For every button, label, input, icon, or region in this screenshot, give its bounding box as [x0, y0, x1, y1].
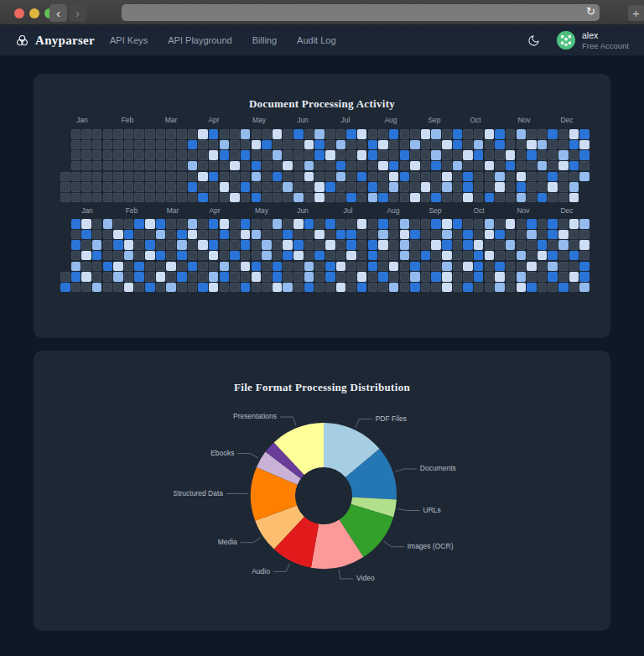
heatmap-cell[interactable] [495, 193, 505, 203]
heatmap-cell[interactable] [421, 150, 431, 160]
heatmap-cell[interactable] [389, 219, 399, 229]
heatmap-cell[interactable] [60, 272, 70, 282]
heatmap-cell[interactable] [177, 193, 187, 203]
heatmap-cell[interactable] [92, 182, 102, 192]
heatmap-cell[interactable] [474, 283, 484, 293]
heatmap-cell[interactable] [124, 272, 134, 282]
heatmap-cell[interactable] [198, 140, 208, 150]
heatmap-cell[interactable] [442, 283, 452, 293]
heatmap-cell[interactable] [506, 262, 516, 272]
heatmap-cell[interactable] [241, 140, 251, 150]
heatmap-cell[interactable] [336, 161, 346, 171]
heatmap-cell[interactable] [431, 219, 441, 229]
heatmap-cell[interactable] [495, 140, 505, 150]
heatmap-cell[interactable] [421, 240, 431, 250]
minimize-window-button[interactable] [29, 8, 39, 18]
heatmap-cell[interactable] [293, 262, 304, 272]
heatmap-cell[interactable] [314, 283, 325, 293]
heatmap-cell[interactable] [220, 272, 230, 282]
heatmap-cell[interactable] [252, 193, 262, 203]
heatmap-cell[interactable] [495, 262, 505, 272]
heatmap-cell[interactable] [346, 140, 356, 150]
heatmap-cell[interactable] [442, 219, 452, 229]
heatmap-cell[interactable] [538, 161, 548, 171]
heatmap-cell[interactable] [220, 219, 230, 229]
heatmap-cell[interactable] [92, 272, 102, 282]
heatmap-cell[interactable] [124, 161, 134, 171]
heatmap-cell[interactable] [336, 240, 346, 250]
heatmap-cell[interactable] [346, 251, 356, 261]
heatmap-cell[interactable] [177, 283, 187, 293]
heatmap-cell[interactable] [113, 172, 123, 182]
browser-forward-button[interactable]: › [69, 4, 86, 22]
heatmap-cell[interactable] [336, 283, 346, 293]
heatmap-cell[interactable] [431, 172, 441, 182]
heatmap-cell[interactable] [421, 182, 431, 192]
heatmap-cell[interactable] [538, 182, 548, 192]
heatmap-cell[interactable] [410, 219, 420, 229]
reload-icon[interactable]: ↻ [586, 5, 595, 18]
heatmap-cell[interactable] [421, 251, 431, 261]
heatmap-cell[interactable] [134, 140, 144, 150]
heatmap-cell[interactable] [273, 240, 283, 250]
heatmap-cell[interactable] [241, 161, 251, 171]
heatmap-cell[interactable] [378, 230, 388, 240]
heatmap-cell[interactable] [378, 182, 388, 192]
heatmap-cell[interactable] [209, 140, 219, 150]
heatmap-cell[interactable] [230, 161, 240, 171]
heatmap-cell[interactable] [209, 240, 219, 250]
heatmap-cell[interactable] [198, 129, 208, 139]
heatmap-cell[interactable] [368, 172, 378, 182]
heatmap-cell[interactable] [177, 262, 187, 272]
heatmap-cell[interactable] [209, 172, 219, 182]
heatmap-cell[interactable] [517, 193, 527, 203]
heatmap-cell[interactable] [368, 161, 378, 171]
heatmap-cell[interactable] [273, 262, 283, 272]
heatmap-cell[interactable] [262, 140, 272, 150]
heatmap-cell[interactable] [145, 172, 155, 182]
heatmap-cell[interactable] [113, 272, 123, 282]
heatmap-cell[interactable] [314, 140, 325, 150]
heatmap-cell[interactable] [325, 140, 335, 150]
heatmap-cell[interactable] [71, 240, 81, 250]
heatmap-cell[interactable] [357, 161, 367, 171]
heatmap-cell[interactable] [60, 283, 70, 293]
heatmap-cell[interactable] [463, 251, 473, 261]
heatmap-cell[interactable] [230, 251, 240, 261]
heatmap-cell[interactable] [378, 161, 388, 171]
heatmap-cell[interactable] [198, 161, 208, 171]
heatmap-cell[interactable] [124, 150, 134, 160]
heatmap-cell[interactable] [198, 230, 208, 240]
heatmap-cell[interactable] [400, 283, 410, 293]
heatmap-cell[interactable] [71, 283, 81, 293]
heatmap-cell[interactable] [506, 182, 516, 192]
heatmap-cell[interactable] [579, 230, 589, 240]
heatmap-cell[interactable] [548, 182, 558, 192]
heatmap-cell[interactable] [177, 172, 187, 182]
heatmap-cell[interactable] [166, 240, 176, 250]
heatmap-cell[interactable] [325, 193, 335, 203]
heatmap-cell[interactable] [71, 230, 81, 240]
heatmap-cell[interactable] [346, 240, 356, 250]
heatmap-cell[interactable] [92, 262, 102, 272]
heatmap-cell[interactable] [166, 172, 176, 182]
heatmap-cell[interactable] [517, 161, 527, 171]
heatmap-cell[interactable] [273, 251, 283, 261]
heatmap-cell[interactable] [92, 172, 102, 182]
heatmap-cell[interactable] [506, 283, 516, 293]
heatmap-cell[interactable] [453, 262, 463, 272]
heatmap-cell[interactable] [453, 240, 463, 250]
heatmap-cell[interactable] [304, 240, 314, 250]
heatmap-cell[interactable] [198, 150, 208, 160]
heatmap-cell[interactable] [346, 161, 356, 171]
heatmap-cell[interactable] [442, 172, 452, 182]
heatmap-cell[interactable] [442, 150, 452, 160]
heatmap-cell[interactable] [314, 129, 325, 139]
heatmap-cell[interactable] [548, 283, 558, 293]
heatmap-cell[interactable] [156, 182, 166, 192]
browser-back-button[interactable]: ‹ [49, 4, 67, 22]
heatmap-cell[interactable] [389, 240, 399, 250]
heatmap-cell[interactable] [314, 272, 325, 282]
heatmap-cell[interactable] [156, 140, 166, 150]
heatmap-cell[interactable] [92, 140, 102, 150]
